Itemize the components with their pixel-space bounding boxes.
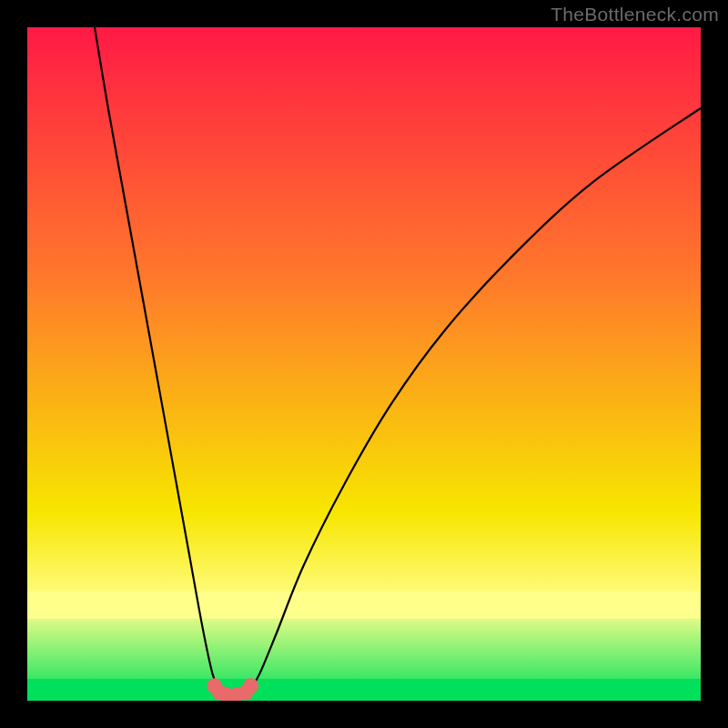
valley-marker-dot [243,678,258,693]
watermark-text: TheBottleneck.com [551,4,719,25]
green-floor [27,679,701,701]
chart-frame: TheBottleneck.com [0,0,728,728]
chart-svg [27,27,701,701]
plot-area [27,27,701,701]
yellow-band [27,592,701,619]
